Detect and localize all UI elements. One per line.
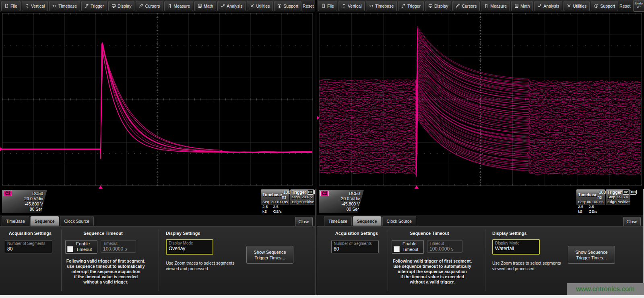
menu-item-vertical[interactable]: Vertical: [339, 1, 365, 11]
menu-item-support[interactable]: Support: [591, 1, 618, 11]
channel-coupling: DC50: [349, 191, 360, 196]
section-divider: [159, 230, 159, 291]
menu-item-cursors[interactable]: Cursors: [136, 1, 163, 11]
trigger-descriptor[interactable]: TriggerC2DC Stop29.6 V EdgePositive: [290, 189, 314, 205]
trigger-source-badge: C2: [307, 190, 314, 195]
support-icon: [594, 4, 599, 8]
timebase-icon: [369, 4, 374, 8]
menu-item-trigger[interactable]: Trigger: [81, 1, 107, 11]
reset-button[interactable]: Reset: [619, 4, 630, 8]
menu-item-display[interactable]: Display: [425, 1, 451, 11]
cursors-icon: [139, 4, 143, 8]
trigger-coupling-badge: DC: [630, 190, 637, 195]
menu-item-file[interactable]: File: [1, 1, 21, 11]
tab-clock-source[interactable]: Clock Source: [60, 216, 94, 226]
channel-segments: 80 Seg: [320, 207, 360, 212]
cursors-icon: [456, 4, 460, 8]
math-icon: [514, 4, 519, 8]
waveform-svg-waterfall: [317, 12, 644, 189]
menu-item-utilities[interactable]: Utilities: [247, 1, 273, 11]
trigger-icon: [401, 4, 406, 8]
tab-sequence[interactable]: Sequence: [353, 216, 382, 226]
dialog-tabs: TimeBase Sequence Clock Source: [2, 216, 94, 226]
menu-item-timebase[interactable]: Timebase: [366, 1, 397, 11]
acquisition-settings-header: Acquisition Settings: [6, 231, 55, 236]
menu-item-math[interactable]: Math: [194, 1, 216, 11]
menu-item-vertical[interactable]: Vertical: [22, 1, 48, 11]
sequence-timeout-note: Following valid trigger of first segment…: [384, 259, 481, 285]
menu-item-support[interactable]: Support: [274, 1, 301, 11]
channel-vdiv: 20.0 V/div: [320, 196, 360, 201]
undo-icon: ↶: [637, 5, 641, 10]
show-sequence-trigger-times-button[interactable]: Show Sequence Trigger Times...: [246, 246, 293, 264]
channel-descriptor-c2[interactable]: C2 DC50 20.0 V/div -45.800 V 80 Seg: [319, 190, 364, 213]
menu-item-analysis[interactable]: Analysis: [217, 1, 246, 11]
tab-sequence[interactable]: Sequence: [30, 216, 59, 226]
watermark: www.cntronics.com: [567, 283, 644, 295]
trigger-descriptor[interactable]: TriggerC2DC Stop29.6 V EdgePositive: [606, 189, 630, 205]
display-mode-value: Waterfall: [493, 245, 539, 252]
scope-panel-right: FileVerticalTimebaseTriggerDisplayCursor…: [317, 0, 644, 298]
menu-item-math[interactable]: Math: [511, 1, 533, 11]
waveform-display-waterfall: [317, 12, 644, 189]
channel-segments: 80 Seg: [4, 207, 43, 212]
tab-timebase[interactable]: TimeBase: [2, 216, 29, 226]
menu-right-group: Reset Undo ↶: [303, 0, 315, 12]
channel-coupling: DC50: [32, 191, 43, 196]
display-settings-header: Display Settings: [166, 231, 200, 236]
timebase-dialog: TimeBase Sequence Clock Source Close Acq…: [0, 215, 315, 298]
sequence-tab-body: Acquisition Settings Number of Segments …: [0, 226, 315, 295]
menu-item-cursors[interactable]: Cursors: [452, 1, 480, 11]
acquisition-settings-header: Acquisition Settings: [332, 231, 381, 236]
timebase-icon: [52, 4, 57, 8]
menu-bar: FileVerticalTimebaseTriggerDisplayCursor…: [0, 0, 315, 12]
tab-timebase[interactable]: TimeBase: [324, 216, 352, 226]
section-divider: [485, 230, 485, 291]
timebase-descriptor[interactable]: Timebase-188 ns Seq: 80100 ns 2.5 kS2.5 …: [261, 189, 289, 205]
sequence-timeout-header: Sequence Timeout: [397, 231, 462, 236]
menu-right-group: Reset Undo ↶: [619, 0, 644, 12]
timeout-field[interactable]: Timeout 100.0000 s: [101, 240, 136, 253]
close-button[interactable]: Close: [623, 217, 641, 226]
analysis-icon: [221, 4, 225, 8]
undo-button[interactable]: Undo ↶: [633, 0, 644, 12]
menu-item-file[interactable]: File: [318, 1, 337, 11]
utilities-icon: [567, 4, 571, 8]
menu-item-measure[interactable]: Measure: [481, 1, 510, 11]
display-mode-select[interactable]: Display Mode Overlay: [166, 239, 213, 255]
measure-icon: [167, 4, 172, 8]
file-icon: [4, 4, 9, 8]
reset-button[interactable]: Reset: [303, 4, 314, 8]
enable-timeout-checkbox[interactable]: EnableTimeout: [65, 240, 97, 254]
menu-item-analysis[interactable]: Analysis: [534, 1, 562, 11]
number-of-segments-field[interactable]: Number of Segments 80: [5, 240, 52, 253]
menu-item-display[interactable]: Display: [108, 1, 134, 11]
menu-item-measure[interactable]: Measure: [164, 1, 193, 11]
menu-item-utilities[interactable]: Utilities: [564, 1, 590, 11]
channel-badge: C2: [320, 191, 329, 196]
display-icon: [428, 4, 433, 8]
channel-descriptor-c2[interactable]: C2 DC50 20.0 V/div -45.800 V 80 Seg: [2, 190, 47, 213]
close-button[interactable]: Close: [295, 217, 313, 226]
waveform-svg-overlay: [0, 12, 315, 189]
menu-bar: FileVerticalTimebaseTriggerDisplayCursor…: [317, 0, 644, 12]
sequence-timeout-note: Following valid trigger of first segment…: [57, 259, 155, 285]
display-icon: [111, 4, 116, 8]
tab-clock-source[interactable]: Clock Source: [382, 216, 416, 226]
menu-item-timebase[interactable]: Timebase: [49, 1, 80, 11]
display-mode-select[interactable]: Display Mode Waterfall: [492, 239, 540, 255]
sequence-timeout-header: Sequence Timeout: [70, 231, 136, 236]
number-of-segments-field[interactable]: Number of Segments 80: [331, 240, 379, 253]
analysis-icon: [537, 4, 542, 8]
measure-icon: [484, 4, 489, 8]
timeout-field[interactable]: Timeout 100.0000 s: [427, 240, 462, 253]
enable-timeout-checkbox[interactable]: EnableTimeout: [392, 240, 424, 254]
timebase-descriptor[interactable]: Timebase-188 ns Seq: 80100 ns 2.5 kS2.5 …: [576, 189, 605, 205]
utilities-icon: [250, 4, 254, 8]
zoom-traces-hint: Use Zoom traces to select segments viewe…: [166, 260, 237, 271]
channel-offset: -45.800 V: [4, 201, 43, 207]
trigger-icon: [85, 4, 89, 8]
vertical-icon: [25, 4, 29, 8]
menu-item-trigger[interactable]: Trigger: [398, 1, 424, 11]
show-sequence-trigger-times-button[interactable]: Show Sequence Trigger Times...: [568, 246, 615, 264]
